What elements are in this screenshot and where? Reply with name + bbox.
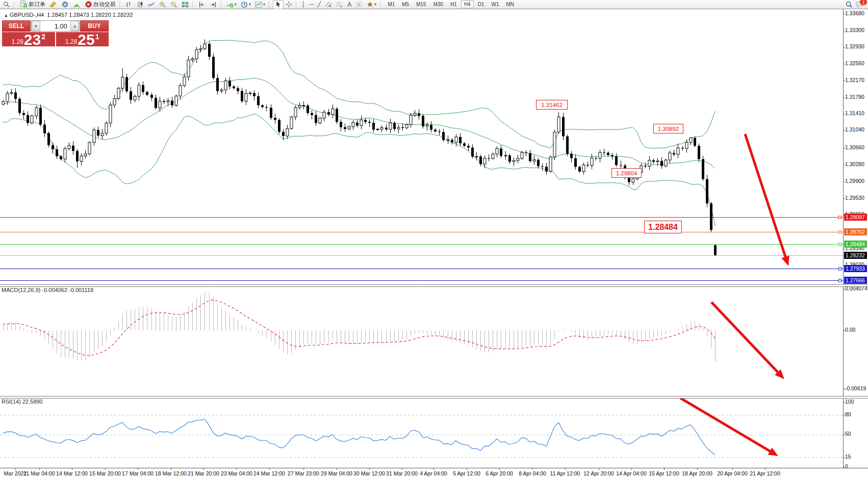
timeframe-button-h1[interactable]: H1 xyxy=(447,1,460,8)
signals-button[interactable] xyxy=(71,0,83,9)
price-level-badge: 1.28484 xyxy=(844,241,867,248)
search-icon[interactable] xyxy=(846,1,853,8)
arrows-button[interactable]: ▾ xyxy=(365,0,378,9)
macd-pane-canvas[interactable] xyxy=(0,286,843,396)
new-order-button[interactable]: 新订单 xyxy=(18,0,47,9)
price-axis-label: 1.33680 xyxy=(845,10,864,16)
price-chart-canvas[interactable] xyxy=(0,9,843,284)
vertical-line-button[interactable]: │ xyxy=(300,0,308,9)
macd-pane-splitter[interactable] xyxy=(0,284,868,287)
time-axis-tick xyxy=(369,468,370,470)
cursor-button[interactable] xyxy=(273,0,284,9)
zoom-in-icon xyxy=(159,1,166,8)
sell-price-display[interactable]: 1.28 23 2 xyxy=(2,32,55,46)
zoom-out-button[interactable] xyxy=(168,0,180,9)
time-axis-tick xyxy=(237,468,237,470)
buy-price-prefix: 1.28 xyxy=(65,38,77,45)
sell-button[interactable]: SELL xyxy=(2,20,31,32)
indicators-button[interactable]: ▾ xyxy=(224,0,239,9)
crosshair-button[interactable] xyxy=(284,0,294,9)
market-button[interactable] xyxy=(59,0,71,9)
axis-tick xyxy=(843,148,845,148)
price-annotation-label[interactable]: 1.28484 xyxy=(644,221,682,233)
time-axis-tick xyxy=(433,468,434,470)
axis-tick xyxy=(843,97,845,98)
zoom-in-button[interactable] xyxy=(157,0,168,9)
metaeditor-icon xyxy=(49,1,57,8)
axis-tick xyxy=(843,81,845,81)
buy-price-big: 25 xyxy=(78,33,94,46)
price-annotation-label[interactable]: 1.29804 xyxy=(611,168,642,178)
timeframe-button-m5[interactable]: M5 xyxy=(399,1,412,8)
time-axis-label: 21 Apr 12:00 xyxy=(742,470,788,476)
axis-tick xyxy=(843,457,845,458)
buy-price-pip: 1 xyxy=(95,33,99,41)
timeframe-button-h4[interactable]: H4 xyxy=(461,1,474,8)
rsi-pane-canvas[interactable] xyxy=(0,397,843,468)
price-level-badge: 1.27933 xyxy=(844,265,867,272)
buy-price-display[interactable]: 1.28 25 1 xyxy=(56,32,109,46)
rsi-axis-label: 100 xyxy=(845,399,854,405)
price-axis-label: 1.30660 xyxy=(845,144,864,150)
collapse-triangle-icon[interactable]: ▲ xyxy=(4,13,8,18)
price-annotation-label[interactable]: 1.31462 xyxy=(536,100,568,110)
tile-windows-button[interactable] xyxy=(180,0,191,9)
timeframe-button-mn[interactable]: MN xyxy=(503,1,517,8)
time-axis-tick xyxy=(171,468,171,470)
price-axis-line[interactable] xyxy=(843,9,844,468)
channel-icon: E xyxy=(325,1,332,8)
line-chart-button[interactable] xyxy=(146,0,157,9)
rsi-axis-label: 15 xyxy=(845,454,851,460)
time-axis-tick xyxy=(765,468,765,470)
time-axis-tick xyxy=(39,468,40,470)
magic-wand-button[interactable] xyxy=(1,0,12,9)
volume-decrease-button[interactable]: ▼ xyxy=(32,21,40,31)
volume-field[interactable]: ▼ 1.00 ▲ xyxy=(31,20,80,32)
price-axis-label: 1.29530 xyxy=(845,195,864,201)
price-level-badge: 1.28762 xyxy=(844,228,867,235)
time-axis-line[interactable] xyxy=(0,468,868,468)
timeframe-button-w1[interactable]: W1 xyxy=(488,1,502,8)
volume-increase-button[interactable]: ▲ xyxy=(70,21,79,31)
indicators-icon xyxy=(226,1,234,8)
timeframe-button-m15[interactable]: M15 xyxy=(413,1,429,8)
metaeditor-button[interactable] xyxy=(47,0,59,9)
sell-price-pip: 2 xyxy=(41,33,45,41)
rsi-pane-splitter[interactable] xyxy=(0,396,868,399)
axis-tick xyxy=(843,64,845,64)
buy-button[interactable]: BUY xyxy=(80,20,109,32)
axis-tick xyxy=(843,330,845,331)
templates-button[interactable]: ▾ xyxy=(253,0,267,9)
notifications-button[interactable]: 1 xyxy=(856,1,864,8)
chart-shift-button[interactable] xyxy=(208,0,219,9)
text-label-button[interactable]: T xyxy=(353,0,365,9)
timeframe-button-m30[interactable]: M30 xyxy=(430,1,446,8)
tile-windows-icon xyxy=(182,1,189,8)
arrow-objects-icon xyxy=(367,1,373,8)
price-level-badge: 1.27666 xyxy=(844,277,867,284)
text-button[interactable]: A xyxy=(345,0,353,9)
price-annotation-label[interactable]: 1.30892 xyxy=(653,124,683,134)
volume-value[interactable]: 1.00 xyxy=(40,22,70,30)
bar-chart-button[interactable] xyxy=(123,0,135,9)
time-axis-tick xyxy=(499,468,500,470)
fibonacci-button[interactable]: F xyxy=(334,0,345,9)
toolbar-grip xyxy=(192,1,195,8)
candlestick-chart-button[interactable] xyxy=(135,0,146,9)
time-axis-tick xyxy=(565,468,566,470)
equidistant-channel-button[interactable]: E xyxy=(323,0,334,9)
axis-tick xyxy=(843,130,845,130)
axis-tick xyxy=(843,434,845,435)
price-axis-label: 1.33300 xyxy=(845,27,864,33)
ohlc-open: 1.28457 xyxy=(47,12,67,18)
timeframe-button-d1[interactable]: D1 xyxy=(475,1,488,8)
auto-scroll-button[interactable] xyxy=(196,0,208,9)
timeframe-button-m1[interactable]: M1 xyxy=(385,1,398,8)
periods-button[interactable]: ▾ xyxy=(239,0,253,9)
price-axis-label: 1.30280 xyxy=(845,161,864,167)
signals-icon xyxy=(73,1,81,8)
axis-tick xyxy=(843,402,845,403)
autotrade-button[interactable]: 自动交易 xyxy=(83,0,118,9)
horizontal-line-button[interactable]: ─ xyxy=(308,0,316,9)
trendline-button[interactable]: ╱ xyxy=(316,0,323,9)
